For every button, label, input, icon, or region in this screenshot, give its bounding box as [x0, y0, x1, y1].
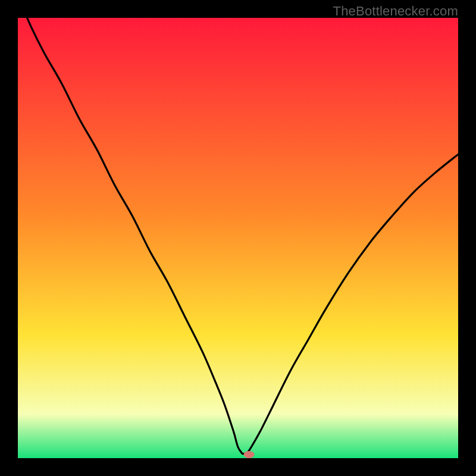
bottleneck-chart — [18, 18, 458, 458]
chart-frame: TheBottlenecker.com — [0, 0, 476, 476]
gradient-background — [18, 18, 458, 458]
watermark-text: TheBottlenecker.com — [333, 4, 458, 19]
plot-area — [18, 18, 458, 458]
optimum-marker — [244, 451, 255, 458]
